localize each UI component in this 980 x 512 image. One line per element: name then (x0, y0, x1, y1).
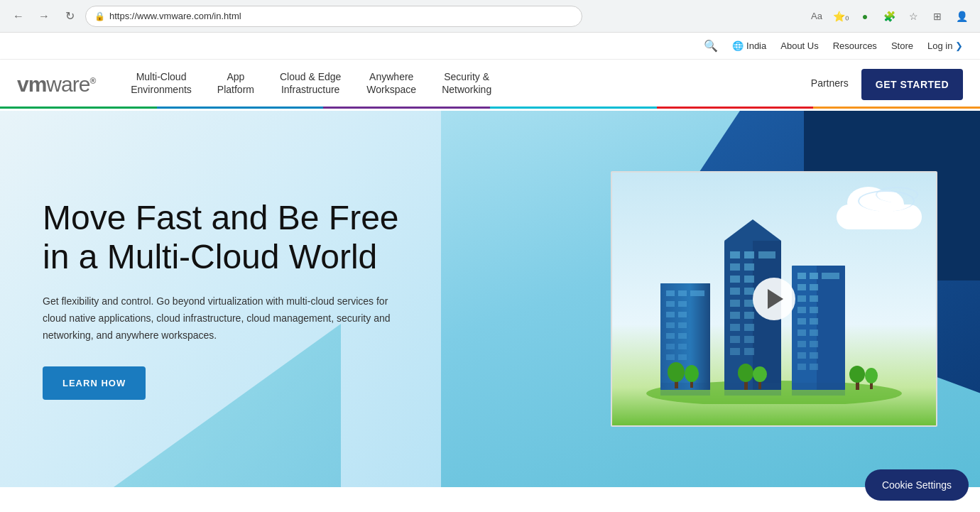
svg-rect-34 (730, 324, 740, 331)
svg-rect-4 (678, 290, 687, 296)
svg-rect-56 (810, 341, 818, 347)
store-link[interactable]: Store (891, 40, 913, 51)
nav-item-security[interactable]: Security & Networking (429, 59, 504, 110)
svg-rect-5 (690, 290, 704, 296)
svg-rect-53 (797, 329, 806, 336)
favorites-icon[interactable]: ☆ (903, 6, 923, 26)
svg-rect-28 (730, 288, 740, 295)
svg-rect-52 (810, 318, 818, 325)
hero-subtitle: Get flexibility and control. Go beyond v… (43, 293, 412, 344)
url-text: https://www.vmware.com/in.html (109, 11, 241, 21)
play-button[interactable] (753, 278, 795, 320)
login-button[interactable]: Log in ❯ (927, 40, 963, 51)
region-selector[interactable]: 🌐 India (732, 40, 766, 51)
login-arrow-icon: ❯ (955, 40, 963, 51)
svg-point-67 (685, 365, 699, 382)
svg-rect-35 (744, 324, 754, 331)
utility-bar: 🔍 🌐 India About Us Resources Store Log i… (0, 33, 980, 60)
svg-rect-13 (678, 333, 687, 339)
svg-rect-60 (810, 364, 818, 370)
svg-rect-7 (678, 301, 687, 307)
svg-rect-10 (666, 322, 675, 328)
svg-point-75 (865, 368, 878, 383)
svg-rect-15 (678, 344, 687, 349)
nav-item-app-platform[interactable]: App Platform (205, 59, 267, 110)
svg-rect-62 (724, 383, 781, 396)
collections-icon[interactable]: ⊞ (927, 6, 947, 26)
svg-rect-44 (822, 273, 839, 279)
svg-rect-48 (810, 295, 818, 302)
svg-rect-33 (744, 312, 754, 319)
address-bar[interactable]: 🔒 https://www.vmware.com/in.html (85, 6, 582, 27)
svg-rect-25 (744, 263, 754, 271)
extensions-icon[interactable]: ⭐₀ (831, 6, 851, 26)
svg-rect-50 (810, 307, 818, 313)
account-icon[interactable]: 👤 (952, 6, 971, 26)
svg-rect-36 (730, 336, 740, 343)
svg-rect-37 (744, 336, 754, 343)
puzzle-icon[interactable]: 🧩 (879, 6, 899, 26)
svg-rect-47 (797, 295, 806, 302)
nav-item-cloud-edge[interactable]: Cloud & Edge Infrastructure (267, 59, 354, 110)
illustration-frame (611, 171, 937, 427)
svg-rect-9 (678, 312, 687, 317)
hero-content: Move Fast and Be Free in a Multi-Cloud W… (0, 156, 440, 443)
svg-rect-17 (678, 354, 687, 360)
main-navbar: vmware® Multi-Cloud Environments App Pla… (0, 60, 980, 111)
svg-rect-27 (744, 276, 754, 283)
svg-rect-41 (817, 266, 845, 390)
security-icon[interactable]: ● (855, 6, 875, 26)
svg-rect-54 (810, 329, 818, 336)
browser-chrome: ← → ↻ 🔒 https://www.vmware.com/in.html A… (0, 0, 980, 33)
svg-rect-46 (810, 284, 818, 290)
region-label[interactable]: India (746, 40, 766, 51)
cookie-settings-button[interactable]: Cookie Settings (865, 469, 969, 487)
hero-title: Move Fast and Be Free in a Multi-Cloud W… (43, 198, 412, 276)
svg-rect-11 (678, 322, 687, 328)
svg-point-69 (738, 364, 753, 382)
svg-rect-63 (792, 383, 845, 396)
nav-item-partners[interactable]: Partners (798, 59, 861, 110)
profile-icon[interactable]: Aa (807, 6, 827, 26)
svg-rect-6 (666, 301, 675, 307)
svg-rect-59 (797, 364, 806, 370)
svg-rect-21 (730, 251, 740, 258)
svg-rect-42 (797, 273, 806, 279)
search-icon[interactable]: 🔍 (704, 39, 718, 53)
svg-rect-22 (744, 251, 754, 258)
get-started-button[interactable]: GET STARTED (861, 69, 963, 100)
svg-rect-14 (666, 344, 675, 349)
nav-items: Multi-Cloud Environments App Platform Cl… (118, 59, 963, 110)
hero-section: Move Fast and Be Free in a Multi-Cloud W… (0, 111, 980, 487)
svg-rect-61 (660, 383, 710, 396)
svg-point-73 (849, 366, 865, 383)
svg-rect-26 (730, 276, 740, 283)
refresh-button[interactable]: ↻ (60, 6, 80, 26)
forward-button[interactable]: → (34, 6, 54, 26)
svg-rect-57 (797, 352, 806, 359)
lock-icon: 🔒 (94, 11, 105, 21)
svg-rect-32 (730, 312, 740, 319)
about-link[interactable]: About Us (780, 40, 818, 51)
svg-point-65 (668, 362, 685, 382)
svg-rect-43 (810, 273, 818, 279)
svg-rect-23 (758, 251, 775, 258)
svg-rect-45 (797, 284, 806, 290)
learn-how-button[interactable]: LEARN HOW (43, 366, 146, 400)
svg-rect-12 (666, 333, 675, 339)
nav-item-multi-cloud[interactable]: Multi-Cloud Environments (118, 59, 205, 110)
back-button[interactable]: ← (9, 6, 28, 26)
svg-rect-3 (666, 290, 675, 296)
hero-illustration[interactable] (611, 171, 937, 427)
svg-rect-58 (810, 352, 818, 359)
svg-rect-16 (666, 354, 675, 360)
nav-item-anywhere[interactable]: Anywhere Workspace (354, 59, 429, 110)
resources-link[interactable]: Resources (833, 40, 877, 51)
svg-point-71 (753, 366, 767, 382)
vmware-logo[interactable]: vmware® (17, 72, 95, 97)
svg-rect-55 (797, 341, 806, 347)
browser-toolbar: Aa ⭐₀ ● 🧩 ☆ ⊞ 👤 (807, 6, 971, 26)
svg-rect-39 (744, 348, 754, 355)
svg-rect-24 (730, 263, 740, 271)
svg-rect-30 (730, 300, 740, 307)
